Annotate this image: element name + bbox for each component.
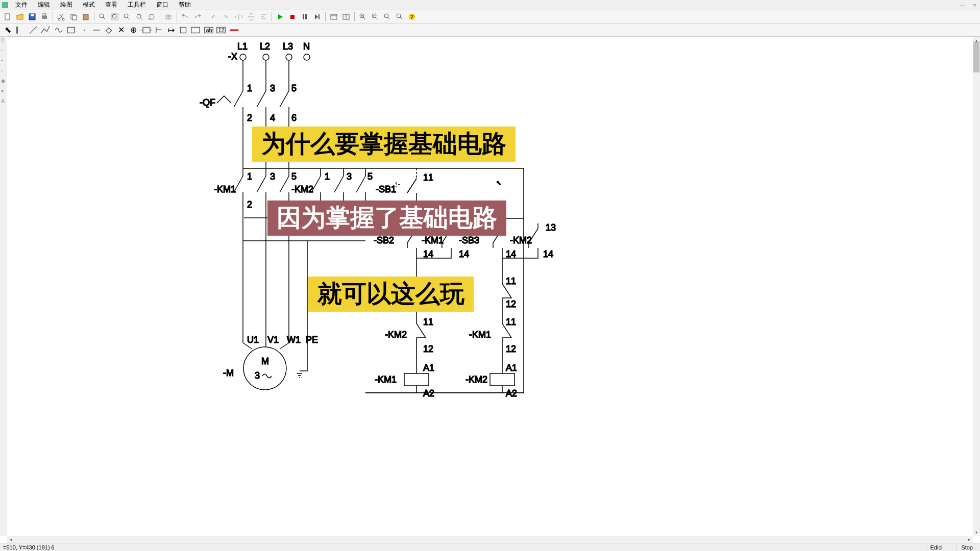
block-icon[interactable] [141, 24, 152, 36]
find-icon[interactable] [97, 11, 108, 22]
svg-rect-34 [181, 27, 186, 33]
vertical-scrollbar[interactable]: ▴ ▾ [973, 37, 980, 536]
play-icon[interactable] [275, 11, 286, 22]
zoom-all-icon[interactable] [134, 11, 145, 22]
io-icon[interactable]: ⊢ [153, 24, 164, 36]
label-KM2p: -KM2 [291, 184, 313, 194]
minimize-button[interactable]: — [959, 2, 966, 9]
svg-rect-23 [331, 14, 337, 19]
cross-icon[interactable]: ✕ [115, 24, 127, 36]
menu-mode[interactable]: 模式 [78, 1, 100, 9]
main-toolbar: ↶ ↷ ? [0, 10, 980, 23]
arrow-icon[interactable]: ↦ [165, 24, 177, 36]
undo-icon[interactable] [180, 11, 191, 22]
refresh-icon[interactable] [146, 11, 157, 22]
copy-icon[interactable] [68, 11, 79, 22]
coil-icon[interactable] [53, 24, 64, 36]
menu-view[interactable]: 查看 [100, 1, 122, 9]
step-icon[interactable] [311, 11, 323, 22]
tool-g-icon[interactable]: A [1, 98, 5, 108]
horizontal-scrollbar[interactable]: ◂ ▸ [7, 536, 973, 543]
svg-text:5: 5 [291, 171, 297, 182]
svg-text:↶: ↶ [211, 14, 215, 20]
pin-icon[interactable]: ⊕ [128, 24, 139, 36]
svg-rect-79 [490, 373, 514, 386]
segment-icon[interactable] [91, 24, 102, 36]
save-icon[interactable] [27, 11, 38, 22]
redo-icon[interactable] [192, 11, 203, 22]
app-icon [2, 2, 8, 8]
rect-icon[interactable] [65, 24, 77, 36]
status-stop: Stop [957, 544, 977, 550]
grid-icon[interactable] [163, 11, 174, 22]
maximize-button[interactable]: □ [971, 2, 978, 9]
svg-text:12: 12 [506, 299, 516, 309]
open-icon[interactable] [14, 11, 26, 22]
line-icon[interactable] [28, 24, 39, 36]
svg-rect-20 [303, 14, 304, 19]
cut-icon[interactable] [56, 11, 67, 22]
tool-f-icon[interactable]: ▾ [1, 88, 5, 98]
dot-icon[interactable]: · [79, 24, 90, 36]
tool-e-icon[interactable]: ◆ [1, 78, 5, 88]
zoom-out-icon[interactable] [370, 11, 381, 22]
svg-rect-78 [404, 373, 429, 386]
cursor-icon: ⬉ [496, 179, 502, 187]
rotate-right-icon[interactable]: ↷ [221, 11, 232, 22]
menu-toolbar[interactable]: 工具栏 [122, 1, 151, 9]
box-icon[interactable] [178, 24, 189, 36]
scroll-thumb[interactable] [973, 42, 979, 72]
window1-icon[interactable] [328, 11, 339, 22]
zoom-fit-icon[interactable] [109, 11, 120, 22]
pointer-icon[interactable]: ⬉ [2, 24, 13, 36]
pause-icon[interactable] [299, 11, 310, 22]
menu-edit[interactable]: 编辑 [33, 1, 55, 9]
new-icon[interactable] [2, 11, 13, 22]
align-icon[interactable] [258, 11, 269, 22]
svg-text:12: 12 [218, 27, 225, 33]
svg-text:5: 5 [368, 171, 373, 182]
red-line-icon[interactable] [229, 24, 240, 36]
multiline-icon[interactable] [40, 24, 51, 36]
svg-text:11: 11 [506, 317, 516, 327]
label-L3: L3 [283, 41, 293, 52]
zoom-win-icon[interactable] [121, 11, 133, 22]
label-L1: L1 [237, 41, 248, 52]
svg-text:3: 3 [347, 171, 352, 182]
tool-c-icon[interactable]: ▪ [1, 57, 5, 67]
scroll-right-icon[interactable]: ▸ [966, 536, 973, 543]
svg-rect-33 [143, 27, 150, 33]
svg-text:1: 1 [325, 171, 330, 182]
menu-help[interactable]: 帮助 [174, 1, 196, 9]
label-b-icon[interactable]: 12 [215, 24, 227, 36]
canvas[interactable]: L1 L2 L3 N -X -QF 1 3 5 2 4 6 -KM1 1 3 5… [7, 37, 973, 536]
zoom-sel-icon[interactable] [382, 11, 393, 22]
node-icon[interactable]: ◇ [103, 24, 114, 36]
menu-draw[interactable]: 绘图 [55, 1, 78, 9]
frame-icon[interactable] [190, 24, 201, 36]
tool-a-icon[interactable]: ▯ [1, 37, 5, 47]
tool-d-icon[interactable]: ▫ [1, 67, 5, 78]
zoom-in-icon[interactable] [357, 11, 369, 22]
tool-b-icon[interactable]: ◦ [1, 47, 5, 57]
svg-text:A1: A1 [423, 363, 434, 373]
hand-icon[interactable] [14, 24, 26, 36]
paste-icon[interactable] [80, 11, 91, 22]
svg-text:14: 14 [423, 249, 433, 259]
label-SB3: -SB3 [459, 235, 479, 245]
window2-icon[interactable] [340, 11, 352, 22]
print-icon[interactable] [39, 11, 50, 22]
scroll-down-icon[interactable]: ▾ [973, 529, 980, 536]
zoom-page-icon[interactable] [394, 11, 405, 22]
svg-text:↷: ↷ [224, 14, 228, 20]
rotate-left-icon[interactable]: ↶ [209, 11, 220, 22]
help-icon[interactable]: ? [406, 11, 418, 22]
flip-h-icon[interactable] [233, 11, 244, 22]
svg-text:U1: U1 [247, 335, 259, 345]
menu-file[interactable]: 文件 [10, 1, 33, 9]
label-a-icon[interactable]: ab [203, 24, 214, 36]
stop-icon[interactable] [287, 11, 298, 22]
flip-v-icon[interactable] [246, 11, 257, 22]
scroll-left-icon[interactable]: ◂ [7, 536, 14, 543]
menu-window[interactable]: 窗口 [151, 1, 174, 9]
